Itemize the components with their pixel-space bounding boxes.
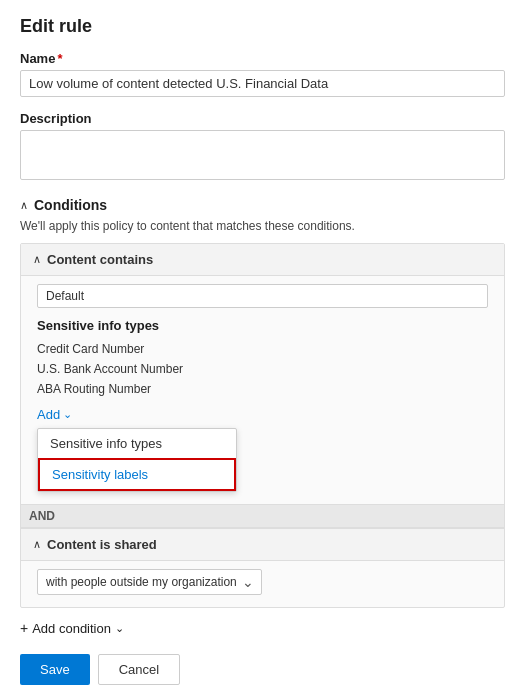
- name-input[interactable]: [20, 70, 505, 97]
- page-title: Edit rule: [20, 16, 505, 37]
- shared-select-wrapper: with people outside my organization: [37, 569, 262, 595]
- description-input[interactable]: [20, 130, 505, 180]
- content-shared-label: Content is shared: [47, 537, 157, 552]
- conditions-description: We'll apply this policy to content that …: [20, 219, 505, 233]
- dropdown-item-sensitivity-labels[interactable]: Sensitivity labels: [38, 458, 236, 491]
- content-contains-label: Content contains: [47, 252, 153, 267]
- name-label: Name*: [20, 51, 505, 66]
- add-chevron-icon: ⌄: [63, 408, 72, 421]
- sensitive-info-label: Sensitive info types: [37, 318, 488, 333]
- content-shared-chevron-icon: ∧: [33, 538, 41, 551]
- description-label: Description: [20, 111, 505, 126]
- conditions-box: ∧ Content contains Sensitive info types …: [20, 243, 505, 608]
- conditions-section-header: ∧ Conditions: [20, 197, 505, 213]
- content-contains-chevron-icon: ∧: [33, 253, 41, 266]
- add-condition-row[interactable]: + Add condition ⌄: [20, 620, 505, 636]
- name-field-group: Name*: [20, 51, 505, 97]
- required-indicator: *: [57, 51, 62, 66]
- content-contains-inner: Sensitive info types Credit Card Number …: [21, 276, 504, 504]
- dropdown-item-sensitive[interactable]: Sensitive info types: [38, 429, 236, 458]
- save-button[interactable]: Save: [20, 654, 90, 685]
- content-contains-header: ∧ Content contains: [21, 244, 504, 276]
- list-item: Credit Card Number: [37, 339, 488, 359]
- default-input[interactable]: [37, 284, 488, 308]
- footer-buttons: Save Cancel: [20, 654, 505, 685]
- add-condition-chevron-icon: ⌄: [115, 622, 124, 635]
- list-item: U.S. Bank Account Number: [37, 359, 488, 379]
- add-condition-label: Add condition: [32, 621, 111, 636]
- shared-select[interactable]: with people outside my organization: [37, 569, 262, 595]
- add-link[interactable]: Add ⌄: [37, 407, 72, 422]
- description-field-group: Description: [20, 111, 505, 183]
- and-label: AND: [21, 504, 504, 528]
- add-dropdown-menu: Sensitive info types Sensitivity labels: [37, 428, 237, 492]
- conditions-title: Conditions: [34, 197, 107, 213]
- content-shared-inner: with people outside my organization: [21, 561, 504, 607]
- list-item: ABA Routing Number: [37, 379, 488, 399]
- conditions-chevron-icon: ∧: [20, 199, 28, 212]
- plus-icon: +: [20, 620, 28, 636]
- cancel-button[interactable]: Cancel: [98, 654, 180, 685]
- content-shared-header: ∧ Content is shared: [21, 528, 504, 561]
